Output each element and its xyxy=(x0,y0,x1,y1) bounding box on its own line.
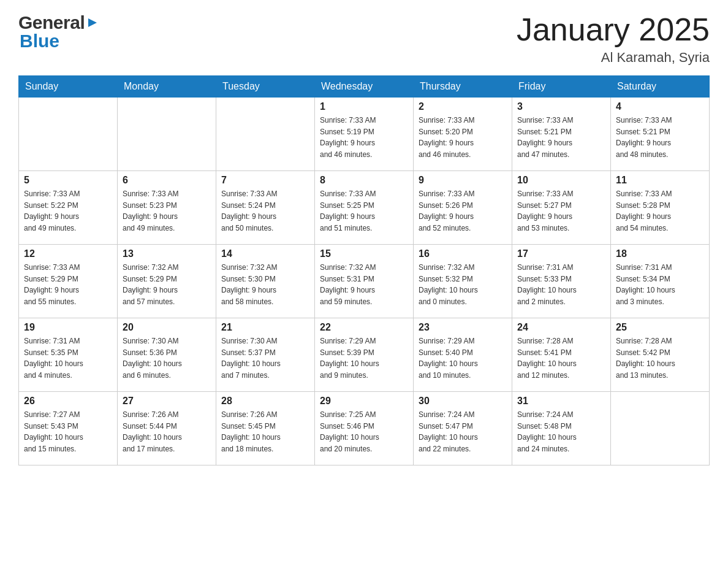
svg-marker-0 xyxy=(88,18,97,27)
col-monday: Monday xyxy=(118,76,216,98)
day-info: Sunrise: 7:29 AM Sunset: 5:39 PM Dayligh… xyxy=(320,335,408,381)
col-wednesday: Wednesday xyxy=(315,76,414,98)
table-row: 27Sunrise: 7:26 AM Sunset: 5:44 PM Dayli… xyxy=(118,392,216,465)
table-row xyxy=(19,98,118,171)
day-info: Sunrise: 7:25 AM Sunset: 5:46 PM Dayligh… xyxy=(320,409,408,454)
day-number: 11 xyxy=(616,175,704,186)
day-number: 22 xyxy=(320,322,408,333)
table-row: 11Sunrise: 7:33 AM Sunset: 5:28 PM Dayli… xyxy=(611,171,710,245)
table-row: 19Sunrise: 7:31 AM Sunset: 5:35 PM Dayli… xyxy=(19,318,118,392)
col-saturday: Saturday xyxy=(611,76,710,98)
day-info: Sunrise: 7:33 AM Sunset: 5:23 PM Dayligh… xyxy=(123,188,211,234)
col-tuesday: Tuesday xyxy=(216,76,315,98)
day-info: Sunrise: 7:33 AM Sunset: 5:29 PM Dayligh… xyxy=(24,262,112,307)
calendar-week-row: 26Sunrise: 7:27 AM Sunset: 5:43 PM Dayli… xyxy=(19,392,710,465)
logo-blue-text: Blue xyxy=(20,31,59,52)
day-info: Sunrise: 7:33 AM Sunset: 5:22 PM Dayligh… xyxy=(24,188,112,234)
day-number: 27 xyxy=(123,396,211,407)
day-number: 30 xyxy=(419,396,507,407)
day-number: 19 xyxy=(24,322,112,333)
day-number: 7 xyxy=(221,175,309,186)
day-number: 21 xyxy=(221,322,309,333)
table-row: 26Sunrise: 7:27 AM Sunset: 5:43 PM Dayli… xyxy=(19,392,118,465)
table-row: 21Sunrise: 7:30 AM Sunset: 5:37 PM Dayli… xyxy=(216,318,315,392)
table-row: 18Sunrise: 7:31 AM Sunset: 5:34 PM Dayli… xyxy=(611,245,710,318)
title-block: January 2025 Al Karamah, Syria xyxy=(517,12,710,66)
table-row: 6Sunrise: 7:33 AM Sunset: 5:23 PM Daylig… xyxy=(118,171,216,245)
table-row: 4Sunrise: 7:33 AM Sunset: 5:21 PM Daylig… xyxy=(611,98,710,171)
table-row: 10Sunrise: 7:33 AM Sunset: 5:27 PM Dayli… xyxy=(512,171,611,245)
day-number: 1 xyxy=(320,101,408,112)
table-row: 29Sunrise: 7:25 AM Sunset: 5:46 PM Dayli… xyxy=(315,392,414,465)
day-info: Sunrise: 7:33 AM Sunset: 5:24 PM Dayligh… xyxy=(221,188,309,234)
day-info: Sunrise: 7:29 AM Sunset: 5:40 PM Dayligh… xyxy=(419,335,507,381)
calendar-week-row: 5Sunrise: 7:33 AM Sunset: 5:22 PM Daylig… xyxy=(19,171,710,245)
table-row: 9Sunrise: 7:33 AM Sunset: 5:26 PM Daylig… xyxy=(414,171,512,245)
table-row: 24Sunrise: 7:28 AM Sunset: 5:41 PM Dayli… xyxy=(512,318,611,392)
day-number: 6 xyxy=(123,175,211,186)
day-number: 10 xyxy=(517,175,605,186)
day-info: Sunrise: 7:26 AM Sunset: 5:44 PM Dayligh… xyxy=(123,409,211,454)
day-number: 13 xyxy=(123,248,211,259)
day-number: 24 xyxy=(517,322,605,333)
table-row: 31Sunrise: 7:24 AM Sunset: 5:48 PM Dayli… xyxy=(512,392,611,465)
day-number: 25 xyxy=(616,322,704,333)
day-info: Sunrise: 7:33 AM Sunset: 5:19 PM Dayligh… xyxy=(320,115,408,160)
day-info: Sunrise: 7:27 AM Sunset: 5:43 PM Dayligh… xyxy=(24,409,112,454)
day-number: 14 xyxy=(221,248,309,259)
day-info: Sunrise: 7:31 AM Sunset: 5:35 PM Dayligh… xyxy=(24,335,112,381)
table-row: 5Sunrise: 7:33 AM Sunset: 5:22 PM Daylig… xyxy=(19,171,118,245)
day-number: 9 xyxy=(419,175,507,186)
day-info: Sunrise: 7:26 AM Sunset: 5:45 PM Dayligh… xyxy=(221,409,309,454)
day-info: Sunrise: 7:33 AM Sunset: 5:27 PM Dayligh… xyxy=(517,188,605,234)
table-row: 7Sunrise: 7:33 AM Sunset: 5:24 PM Daylig… xyxy=(216,171,315,245)
day-number: 15 xyxy=(320,248,408,259)
logo-flag-icon xyxy=(86,16,99,29)
table-row: 16Sunrise: 7:32 AM Sunset: 5:32 PM Dayli… xyxy=(414,245,512,318)
table-row: 25Sunrise: 7:28 AM Sunset: 5:42 PM Dayli… xyxy=(611,318,710,392)
day-info: Sunrise: 7:28 AM Sunset: 5:41 PM Dayligh… xyxy=(517,335,605,381)
table-row: 15Sunrise: 7:32 AM Sunset: 5:31 PM Dayli… xyxy=(315,245,414,318)
table-row: 1Sunrise: 7:33 AM Sunset: 5:19 PM Daylig… xyxy=(315,98,414,171)
table-row xyxy=(118,98,216,171)
day-info: Sunrise: 7:24 AM Sunset: 5:48 PM Dayligh… xyxy=(517,409,605,454)
day-number: 29 xyxy=(320,396,408,407)
table-row: 22Sunrise: 7:29 AM Sunset: 5:39 PM Dayli… xyxy=(315,318,414,392)
table-row: 23Sunrise: 7:29 AM Sunset: 5:40 PM Dayli… xyxy=(414,318,512,392)
table-row: 28Sunrise: 7:26 AM Sunset: 5:45 PM Dayli… xyxy=(216,392,315,465)
day-info: Sunrise: 7:32 AM Sunset: 5:29 PM Dayligh… xyxy=(123,262,211,307)
day-info: Sunrise: 7:33 AM Sunset: 5:20 PM Dayligh… xyxy=(419,115,507,160)
day-number: 12 xyxy=(24,248,112,259)
day-info: Sunrise: 7:31 AM Sunset: 5:33 PM Dayligh… xyxy=(517,262,605,307)
day-number: 8 xyxy=(320,175,408,186)
day-number: 4 xyxy=(616,101,704,112)
day-number: 17 xyxy=(517,248,605,259)
calendar-week-row: 1Sunrise: 7:33 AM Sunset: 5:19 PM Daylig… xyxy=(19,98,710,171)
day-info: Sunrise: 7:33 AM Sunset: 5:26 PM Dayligh… xyxy=(419,188,507,234)
table-row: 2Sunrise: 7:33 AM Sunset: 5:20 PM Daylig… xyxy=(414,98,512,171)
day-number: 18 xyxy=(616,248,704,259)
day-info: Sunrise: 7:32 AM Sunset: 5:32 PM Dayligh… xyxy=(419,262,507,307)
day-number: 20 xyxy=(123,322,211,333)
table-row: 13Sunrise: 7:32 AM Sunset: 5:29 PM Dayli… xyxy=(118,245,216,318)
calendar-table: Sunday Monday Tuesday Wednesday Thursday… xyxy=(18,75,710,465)
table-row: 3Sunrise: 7:33 AM Sunset: 5:21 PM Daylig… xyxy=(512,98,611,171)
table-row: 17Sunrise: 7:31 AM Sunset: 5:33 PM Dayli… xyxy=(512,245,611,318)
day-info: Sunrise: 7:32 AM Sunset: 5:30 PM Dayligh… xyxy=(221,262,309,307)
day-number: 5 xyxy=(24,175,112,186)
table-row xyxy=(216,98,315,171)
calendar-week-row: 12Sunrise: 7:33 AM Sunset: 5:29 PM Dayli… xyxy=(19,245,710,318)
logo-general-text: General xyxy=(18,12,85,33)
location-subtitle: Al Karamah, Syria xyxy=(517,50,710,66)
calendar-header-row: Sunday Monday Tuesday Wednesday Thursday… xyxy=(19,76,710,98)
day-info: Sunrise: 7:32 AM Sunset: 5:31 PM Dayligh… xyxy=(320,262,408,307)
day-number: 31 xyxy=(517,396,605,407)
page-header: General Blue January 2025 Al Karamah, Sy… xyxy=(18,12,710,66)
day-info: Sunrise: 7:24 AM Sunset: 5:47 PM Dayligh… xyxy=(419,409,507,454)
day-info: Sunrise: 7:30 AM Sunset: 5:36 PM Dayligh… xyxy=(123,335,211,381)
month-title: January 2025 xyxy=(517,12,710,47)
day-number: 16 xyxy=(419,248,507,259)
col-sunday: Sunday xyxy=(19,76,118,98)
calendar-week-row: 19Sunrise: 7:31 AM Sunset: 5:35 PM Dayli… xyxy=(19,318,710,392)
day-info: Sunrise: 7:31 AM Sunset: 5:34 PM Dayligh… xyxy=(616,262,704,307)
